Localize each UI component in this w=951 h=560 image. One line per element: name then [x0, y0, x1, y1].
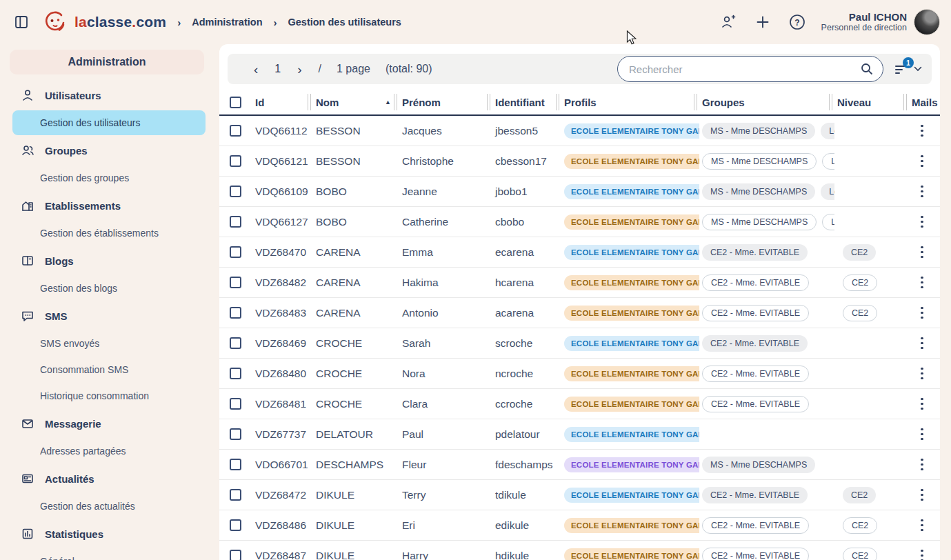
breadcrumb-gestion-utilisateurs[interactable]: Gestion des utilisateurs	[288, 17, 401, 28]
row-checkbox[interactable]	[230, 155, 241, 167]
row-actions-kebab-icon[interactable]	[918, 517, 926, 534]
cell-prenom: Sarah	[399, 337, 492, 350]
sidebar-item-consommation-sms[interactable]: Consommation SMS	[12, 357, 206, 382]
sidebar-section-messagerie[interactable]: Messagerie	[0, 410, 219, 437]
row-checkbox[interactable]	[230, 216, 241, 228]
sidebar-section-utilisateurs[interactable]: Utilisateurs	[0, 81, 219, 109]
column-header-label: Nom	[316, 97, 339, 108]
cell-id: VDQ66127	[252, 216, 313, 228]
row-checkbox[interactable]	[230, 489, 241, 501]
search-box[interactable]	[617, 56, 883, 82]
add-user-icon[interactable]	[718, 12, 739, 32]
row-actions-kebab-icon[interactable]	[918, 334, 926, 352]
previous-page-button[interactable]: ‹	[252, 63, 259, 76]
search-icon[interactable]	[859, 61, 874, 77]
sidebar-section-groupes[interactable]: Groupes	[0, 137, 219, 164]
column-resize-handle[interactable]	[394, 94, 397, 110]
row-checkbox[interactable]	[230, 246, 241, 258]
row-checkbox[interactable]	[230, 519, 241, 531]
groupe-badge: MS - Mme DESCHAMPS	[702, 153, 817, 170]
sidebar-item-gestion-des-blogs[interactable]: Gestion des blogs	[12, 276, 206, 301]
column-header-identifiant[interactable]: Identifiant	[492, 90, 561, 114]
row-checkbox[interactable]	[230, 337, 241, 349]
row-select-cell	[219, 307, 252, 319]
avatar[interactable]	[914, 9, 940, 35]
sidebar-section-etablissements[interactable]: Etablissements	[0, 192, 219, 219]
row-actions-kebab-icon[interactable]	[918, 547, 926, 560]
user-menu[interactable]: Paul ICHON Personnel de direction	[821, 9, 940, 35]
niveau-badge: CE2	[843, 244, 876, 261]
row-checkbox[interactable]	[230, 186, 241, 197]
sidebar-item-adresses-partagées[interactable]: Adresses partagées	[12, 439, 206, 463]
row-actions-kebab-icon[interactable]	[918, 122, 926, 140]
row-actions-kebab-icon[interactable]	[918, 486, 926, 504]
filter-button[interactable]: 1	[894, 62, 922, 76]
cell-id: VDZ68486	[252, 519, 313, 532]
row-checkbox[interactable]	[230, 428, 241, 440]
sidebar-toggle-icon[interactable]	[12, 13, 30, 31]
search-input[interactable]	[629, 63, 859, 75]
column-header-profils[interactable]: Profils	[561, 90, 699, 114]
current-page: 1	[274, 63, 281, 75]
sidebar-item-général[interactable]: Général	[12, 549, 206, 560]
column-resize-handle[interactable]	[487, 94, 490, 110]
column-resize-handle[interactable]	[903, 94, 907, 110]
table-row: VDZ68472DIKULETerrytdikuleECOLE ELEMENTA…	[219, 480, 940, 510]
table-row: VDQ66112BESSONJacquesjbesson5ECOLE ELEME…	[219, 116, 940, 146]
row-actions-kebab-icon[interactable]	[918, 395, 926, 413]
sidebar-item-sms-envoyés[interactable]: SMS envoyés	[12, 331, 206, 356]
sidebar-section-actualités[interactable]: Actualités	[0, 465, 219, 492]
row-checkbox[interactable]	[230, 550, 241, 560]
column-header-mails[interactable]: Mails	[909, 90, 940, 114]
column-resize-handle[interactable]	[829, 94, 832, 110]
row-actions-kebab-icon[interactable]	[918, 213, 926, 231]
row-actions-kebab-icon[interactable]	[918, 274, 926, 292]
row-checkbox[interactable]	[230, 368, 241, 379]
column-header-id[interactable]: Id	[252, 90, 313, 114]
sidebar-item-gestion-des-utilisateurs[interactable]: Gestion des utilisateurs	[12, 110, 206, 135]
profil-badge: ECOLE ELEMENTAIRE TONY GAR	[564, 518, 699, 533]
help-icon[interactable]: ?	[787, 12, 808, 32]
cell-identifiant: cbesson17	[492, 155, 561, 168]
table-row: VDZ67737DELATOURPaulpdelatourECOLE ELEME…	[219, 419, 940, 450]
sidebar-item-gestion-des-groupes[interactable]: Gestion des groupes	[12, 166, 206, 190]
users-icon	[21, 143, 34, 157]
sidebar-item-historique-consommation[interactable]: Historique consommation	[12, 383, 206, 408]
column-resize-handle[interactable]	[308, 94, 311, 110]
row-actions-kebab-icon[interactable]	[918, 243, 926, 261]
column-header-nom[interactable]: Nom▲	[313, 90, 399, 114]
sidebar-section-statistiques[interactable]: Statistiques	[0, 520, 219, 548]
column-header-groupes[interactable]: Groupes	[699, 90, 834, 114]
row-actions-kebab-icon[interactable]	[918, 426, 926, 443]
next-page-button[interactable]: ›	[296, 63, 303, 76]
groupe-badge: CE2 - Mme. EVITABLE	[702, 517, 809, 534]
row-actions-kebab-icon[interactable]	[918, 456, 926, 474]
row-checkbox[interactable]	[230, 459, 241, 470]
sidebar-section-blogs[interactable]: Blogs	[0, 247, 219, 274]
row-actions-kebab-icon[interactable]	[918, 304, 926, 322]
select-all-checkbox[interactable]	[230, 97, 241, 108]
profil-badge: ECOLE ELEMENTAIRE TONY GAR	[564, 306, 699, 321]
row-checkbox[interactable]	[230, 277, 241, 288]
table-header-row: IdNom▲PrénomIdentifiantProfilsGroupesNiv…	[219, 90, 940, 116]
column-resize-handle[interactable]	[694, 94, 697, 110]
column-header-niveau[interactable]: Niveau	[834, 90, 909, 114]
column-resize-handle[interactable]	[556, 94, 559, 110]
row-actions-kebab-icon[interactable]	[918, 183, 926, 201]
sidebar-item-gestion-des-établissements[interactable]: Gestion des établissements	[12, 221, 206, 246]
cell-prenom: Jacques	[399, 125, 492, 137]
logo[interactable]: laclasse.com	[43, 10, 166, 34]
cell-groupes: CE2 - Mme. EVITABLE	[699, 548, 834, 560]
cell-id: VDZ68481	[252, 398, 313, 410]
column-header-prenom[interactable]: Prénom	[399, 90, 492, 114]
sidebar-item-gestion-des-actualités[interactable]: Gestion des actualités	[12, 494, 206, 519]
row-checkbox[interactable]	[230, 125, 241, 137]
breadcrumb-administration[interactable]: Administration	[192, 17, 262, 28]
cell-profils: ECOLE ELEMENTAIRE TONY GAR	[561, 488, 699, 503]
row-actions-kebab-icon[interactable]	[918, 152, 926, 170]
row-checkbox[interactable]	[230, 398, 241, 410]
row-checkbox[interactable]	[230, 307, 241, 319]
sidebar-section-sms[interactable]: SMS	[0, 302, 219, 330]
add-icon[interactable]	[752, 12, 773, 32]
row-actions-kebab-icon[interactable]	[918, 365, 926, 383]
